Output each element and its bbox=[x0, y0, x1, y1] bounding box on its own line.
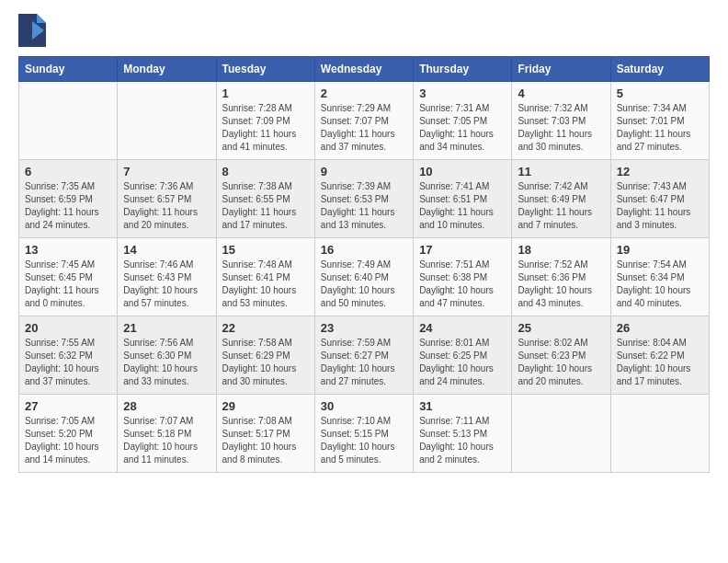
day-info: Sunrise: 7:48 AMSunset: 6:41 PMDaylight:… bbox=[222, 259, 309, 310]
weekday-header-monday: Monday bbox=[118, 57, 216, 82]
weekday-header-friday: Friday bbox=[512, 57, 610, 82]
day-number: 23 bbox=[321, 321, 407, 335]
week-row-3: 13Sunrise: 7:45 AMSunset: 6:45 PMDayligh… bbox=[19, 238, 710, 316]
day-info: Sunrise: 7:42 AMSunset: 6:49 PMDaylight:… bbox=[518, 180, 604, 232]
day-info: Sunrise: 7:35 AMSunset: 6:59 PMDaylight:… bbox=[25, 180, 111, 232]
calendar-cell: 17Sunrise: 7:51 AMSunset: 6:38 PMDayligh… bbox=[414, 238, 512, 316]
weekday-header-saturday: Saturday bbox=[610, 57, 709, 82]
day-info: Sunrise: 7:29 AMSunset: 7:07 PMDaylight:… bbox=[321, 102, 407, 154]
svg-marker-1 bbox=[37, 14, 46, 23]
day-number: 25 bbox=[518, 321, 604, 335]
day-info: Sunrise: 7:52 AMSunset: 6:36 PMDaylight:… bbox=[518, 259, 604, 310]
day-info: Sunrise: 7:31 AMSunset: 7:05 PMDaylight:… bbox=[419, 102, 506, 154]
day-info: Sunrise: 7:59 AMSunset: 6:27 PMDaylight:… bbox=[321, 337, 407, 388]
day-number: 1 bbox=[222, 86, 309, 100]
day-number: 6 bbox=[25, 165, 111, 178]
weekday-header-row: SundayMondayTuesdayWednesdayThursdayFrid… bbox=[19, 57, 710, 82]
calendar-cell: 4Sunrise: 7:32 AMSunset: 7:03 PMDaylight… bbox=[512, 82, 610, 160]
calendar-cell: 24Sunrise: 8:01 AMSunset: 6:25 PMDayligh… bbox=[414, 316, 512, 395]
calendar-cell: 23Sunrise: 7:59 AMSunset: 6:27 PMDayligh… bbox=[314, 316, 413, 395]
day-number: 3 bbox=[419, 86, 506, 100]
calendar-cell: 16Sunrise: 7:49 AMSunset: 6:40 PMDayligh… bbox=[314, 238, 413, 316]
day-number: 31 bbox=[419, 399, 506, 413]
week-row-2: 6Sunrise: 7:35 AMSunset: 6:59 PMDaylight… bbox=[19, 160, 710, 238]
day-number: 27 bbox=[25, 399, 111, 413]
day-number: 11 bbox=[518, 165, 604, 178]
calendar-cell: 11Sunrise: 7:42 AMSunset: 6:49 PMDayligh… bbox=[512, 160, 610, 238]
weekday-header-sunday: Sunday bbox=[19, 57, 118, 82]
calendar-cell: 28Sunrise: 7:07 AMSunset: 5:18 PMDayligh… bbox=[118, 395, 216, 473]
day-info: Sunrise: 7:38 AMSunset: 6:55 PMDaylight:… bbox=[222, 180, 309, 232]
day-number: 7 bbox=[123, 165, 210, 178]
calendar-cell: 22Sunrise: 7:58 AMSunset: 6:29 PMDayligh… bbox=[216, 316, 314, 395]
calendar-cell: 10Sunrise: 7:41 AMSunset: 6:51 PMDayligh… bbox=[414, 160, 512, 238]
weekday-header-wednesday: Wednesday bbox=[314, 57, 413, 82]
calendar-cell: 20Sunrise: 7:55 AMSunset: 6:32 PMDayligh… bbox=[19, 316, 118, 395]
page-container: SundayMondayTuesdayWednesdayThursdayFrid… bbox=[0, 0, 728, 491]
day-info: Sunrise: 7:11 AMSunset: 5:13 PMDaylight:… bbox=[419, 415, 506, 466]
calendar-cell: 14Sunrise: 7:46 AMSunset: 6:43 PMDayligh… bbox=[118, 238, 216, 316]
calendar-cell: 6Sunrise: 7:35 AMSunset: 6:59 PMDaylight… bbox=[19, 160, 118, 238]
logo bbox=[18, 14, 46, 47]
week-row-4: 20Sunrise: 7:55 AMSunset: 6:32 PMDayligh… bbox=[19, 316, 710, 395]
calendar-cell: 5Sunrise: 7:34 AMSunset: 7:01 PMDaylight… bbox=[610, 82, 709, 160]
header bbox=[18, 14, 710, 47]
calendar-cell: 3Sunrise: 7:31 AMSunset: 7:05 PMDaylight… bbox=[414, 82, 512, 160]
day-info: Sunrise: 8:02 AMSunset: 6:23 PMDaylight:… bbox=[518, 337, 604, 388]
calendar-cell bbox=[118, 82, 216, 160]
day-number: 2 bbox=[321, 86, 407, 100]
day-number: 5 bbox=[617, 86, 703, 100]
calendar-cell: 8Sunrise: 7:38 AMSunset: 6:55 PMDaylight… bbox=[216, 160, 314, 238]
day-info: Sunrise: 7:56 AMSunset: 6:30 PMDaylight:… bbox=[123, 337, 210, 388]
logo-icon bbox=[18, 14, 46, 47]
calendar-cell: 9Sunrise: 7:39 AMSunset: 6:53 PMDaylight… bbox=[314, 160, 413, 238]
calendar-cell: 15Sunrise: 7:48 AMSunset: 6:41 PMDayligh… bbox=[216, 238, 314, 316]
calendar-cell bbox=[610, 395, 709, 473]
day-number: 12 bbox=[617, 165, 703, 178]
day-number: 26 bbox=[617, 321, 703, 335]
day-number: 10 bbox=[419, 165, 506, 178]
day-info: Sunrise: 7:32 AMSunset: 7:03 PMDaylight:… bbox=[518, 102, 604, 154]
day-number: 30 bbox=[321, 399, 407, 413]
day-info: Sunrise: 7:36 AMSunset: 6:57 PMDaylight:… bbox=[123, 180, 210, 232]
day-info: Sunrise: 7:49 AMSunset: 6:40 PMDaylight:… bbox=[321, 259, 407, 310]
day-number: 14 bbox=[123, 243, 210, 257]
day-info: Sunrise: 7:28 AMSunset: 7:09 PMDaylight:… bbox=[222, 102, 309, 154]
calendar-cell: 29Sunrise: 7:08 AMSunset: 5:17 PMDayligh… bbox=[216, 395, 314, 473]
calendar-cell: 13Sunrise: 7:45 AMSunset: 6:45 PMDayligh… bbox=[19, 238, 118, 316]
calendar-table: SundayMondayTuesdayWednesdayThursdayFrid… bbox=[18, 56, 710, 473]
calendar-cell: 30Sunrise: 7:10 AMSunset: 5:15 PMDayligh… bbox=[314, 395, 413, 473]
day-number: 16 bbox=[321, 243, 407, 257]
calendar-cell: 18Sunrise: 7:52 AMSunset: 6:36 PMDayligh… bbox=[512, 238, 610, 316]
day-info: Sunrise: 7:51 AMSunset: 6:38 PMDaylight:… bbox=[419, 259, 506, 310]
calendar-cell: 1Sunrise: 7:28 AMSunset: 7:09 PMDaylight… bbox=[216, 82, 314, 160]
day-number: 22 bbox=[222, 321, 309, 335]
day-info: Sunrise: 7:41 AMSunset: 6:51 PMDaylight:… bbox=[419, 180, 506, 232]
day-info: Sunrise: 7:55 AMSunset: 6:32 PMDaylight:… bbox=[25, 337, 111, 388]
day-number: 8 bbox=[222, 165, 309, 178]
day-info: Sunrise: 7:07 AMSunset: 5:18 PMDaylight:… bbox=[123, 415, 210, 466]
calendar-cell: 26Sunrise: 8:04 AMSunset: 6:22 PMDayligh… bbox=[610, 316, 709, 395]
day-number: 18 bbox=[518, 243, 604, 257]
day-number: 13 bbox=[25, 243, 111, 257]
day-number: 28 bbox=[123, 399, 210, 413]
day-info: Sunrise: 7:43 AMSunset: 6:47 PMDaylight:… bbox=[617, 180, 703, 232]
day-info: Sunrise: 8:01 AMSunset: 6:25 PMDaylight:… bbox=[419, 337, 506, 388]
day-info: Sunrise: 7:58 AMSunset: 6:29 PMDaylight:… bbox=[222, 337, 309, 388]
day-number: 20 bbox=[25, 321, 111, 335]
day-number: 15 bbox=[222, 243, 309, 257]
day-number: 17 bbox=[419, 243, 506, 257]
day-info: Sunrise: 7:54 AMSunset: 6:34 PMDaylight:… bbox=[617, 259, 703, 310]
day-info: Sunrise: 7:08 AMSunset: 5:17 PMDaylight:… bbox=[222, 415, 309, 466]
calendar-cell: 27Sunrise: 7:05 AMSunset: 5:20 PMDayligh… bbox=[19, 395, 118, 473]
calendar-cell: 12Sunrise: 7:43 AMSunset: 6:47 PMDayligh… bbox=[610, 160, 709, 238]
day-info: Sunrise: 7:46 AMSunset: 6:43 PMDaylight:… bbox=[123, 259, 210, 310]
day-info: Sunrise: 7:05 AMSunset: 5:20 PMDaylight:… bbox=[25, 415, 111, 466]
weekday-header-thursday: Thursday bbox=[414, 57, 512, 82]
week-row-1: 1Sunrise: 7:28 AMSunset: 7:09 PMDaylight… bbox=[19, 82, 710, 160]
calendar-cell: 25Sunrise: 8:02 AMSunset: 6:23 PMDayligh… bbox=[512, 316, 610, 395]
day-info: Sunrise: 7:39 AMSunset: 6:53 PMDaylight:… bbox=[321, 180, 407, 232]
day-info: Sunrise: 7:34 AMSunset: 7:01 PMDaylight:… bbox=[617, 102, 703, 154]
day-info: Sunrise: 8:04 AMSunset: 6:22 PMDaylight:… bbox=[617, 337, 703, 388]
day-number: 29 bbox=[222, 399, 309, 413]
